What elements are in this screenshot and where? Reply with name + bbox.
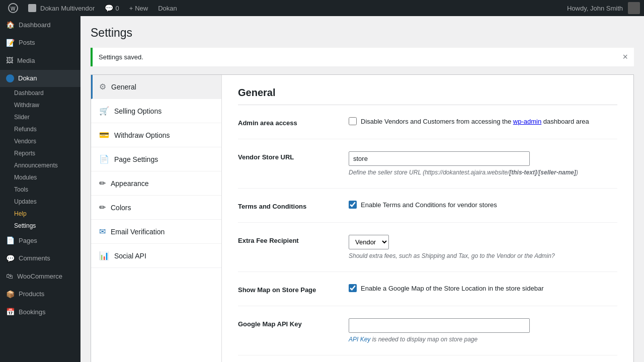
field-label-show-map-on-store-page: Show Map on Store Page (238, 284, 349, 294)
admin-area-access-checkbox[interactable] (349, 117, 357, 125)
form-row-google-map-api-key: Google Map API Key API Key is needed to … (238, 318, 617, 355)
settings-nav-colors[interactable]: ✏ Colors (91, 196, 221, 220)
sidebar-item-label: WooCommerce (17, 272, 62, 281)
sidebar-item-dashboard[interactable]: 🏠 Dashboard (0, 16, 80, 34)
field-admin-area-access: Disable Vendors and Customers from acces… (349, 117, 617, 125)
form-row-extra-fee-recipient: Extra Fee Recipient Vendor Admin Should … (238, 235, 617, 272)
sidebar-item-dokan-announcements[interactable]: Announcements (0, 159, 80, 171)
colors-icon: ✏ (99, 203, 106, 212)
sidebar-item-label: Dokan (18, 74, 37, 83)
pages-icon: 📄 (6, 236, 15, 246)
form-row-terms-and-conditions: Terms and Conditions Enable Terms and Co… (238, 201, 617, 223)
page-settings-icon: 📄 (99, 154, 109, 164)
sidebar-item-posts[interactable]: 📝 Posts (0, 34, 80, 52)
new-content-button[interactable]: + New (125, 0, 152, 16)
howdy-label: Howdy, John Smith (567, 5, 623, 12)
sidebar-item-dokan-refunds[interactable]: Refunds (0, 123, 80, 135)
products-icon: 📦 (6, 290, 15, 300)
show-map-on-store-page-checkbox[interactable] (349, 284, 357, 292)
wp-admin-link[interactable]: wp-admin (513, 118, 541, 125)
sidebar-item-dokan[interactable]: Dokan (0, 70, 80, 87)
settings-nav-selling-options[interactable]: 🛒 Selling Options (91, 99, 221, 123)
bookings-icon: 📅 (6, 307, 15, 317)
field-label-terms-and-conditions: Terms and Conditions (238, 201, 349, 210)
settings-nav: ⚙ General 🛒 Selling Options 💳 Withdraw O… (91, 75, 222, 362)
sidebar-item-dokan-withdraw[interactable]: Withdraw (0, 99, 80, 111)
api-key-link[interactable]: API Key (349, 336, 370, 343)
dokan-label: Dokan (158, 5, 177, 12)
field-show-map-on-store-page: Enable a Google Map of the Store Locatio… (349, 284, 617, 292)
sidebar-item-dokan-modules[interactable]: Modules (0, 171, 80, 184)
settings-section-general: General Admin area access Disable Vendor… (222, 75, 633, 362)
dokan-plugin-button[interactable]: Dokan (154, 0, 181, 16)
google-map-api-key-description: API Key is needed to display map on stor… (349, 336, 617, 343)
woo-icon: 🛍 (6, 272, 13, 282)
settings-saved-notice: Settings saved. × (91, 48, 634, 66)
social-api-icon: 📊 (99, 251, 109, 260)
plus-icon: + (129, 5, 133, 12)
sidebar-item-label: Pages (19, 236, 37, 245)
sidebar-item-dokan-dashboard[interactable]: Dashboard (0, 87, 80, 99)
nav-label: Email Verification (111, 228, 165, 236)
posts-icon: 📝 (6, 38, 15, 48)
sidebar-item-dokan-updates[interactable]: Updates (0, 196, 80, 208)
form-row-show-map-on-store-page: Show Map on Store Page Enable a Google M… (238, 284, 617, 306)
sidebar-item-comments[interactable]: 💬 Comments (0, 250, 80, 268)
terms-and-conditions-checkbox[interactable] (349, 201, 357, 209)
nav-label: Selling Options (114, 107, 162, 115)
vendor-store-url-input[interactable] (349, 151, 530, 166)
show-map-on-store-page-label: Enable a Google Map of the Store Locatio… (361, 285, 544, 292)
sidebar-item-dokan-tools[interactable]: Tools (0, 184, 80, 196)
sidebar-item-dokan-settings[interactable]: Settings (0, 220, 80, 232)
sidebar-item-woocommerce[interactable]: 🛍 WooCommerce (0, 267, 80, 286)
sidebar-item-label: Bookings (19, 308, 45, 317)
form-row-vendor-store-url: Vendor Store URL Define the seller store… (238, 151, 617, 189)
comment-icon: 💬 (105, 4, 113, 12)
wp-logo-button[interactable]: W (4, 0, 22, 16)
settings-nav-appearance[interactable]: ✏ Appearance (91, 171, 221, 196)
sidebar-item-dokan-reports[interactable]: Reports (0, 147, 80, 159)
new-label: New (135, 5, 148, 12)
settings-nav-general[interactable]: ⚙ General (91, 75, 221, 99)
sidebar-item-products[interactable]: 📦 Products (0, 286, 80, 304)
field-label-vendor-store-url: Vendor Store URL (238, 151, 349, 161)
dokan-icon (6, 74, 14, 82)
dashboard-icon: 🏠 (6, 20, 15, 30)
site-name-button[interactable]: Dokan Multivendor (24, 0, 99, 16)
vendor-store-url-description: Define the seller store URL (https://dok… (349, 169, 617, 176)
field-terms-and-conditions: Enable Terms and Conditions for vendor s… (349, 201, 617, 209)
withdraw-icon: 💳 (99, 130, 109, 140)
sidebar-item-pages[interactable]: 📄 Pages (0, 232, 80, 250)
sidebar-item-media[interactable]: 🖼 Media (0, 52, 80, 70)
sidebar-item-bookings[interactable]: 📅 Bookings (0, 303, 80, 321)
nav-label: Colors (111, 204, 131, 212)
extra-fee-recipient-select[interactable]: Vendor Admin (349, 235, 389, 249)
field-extra-fee-recipient: Vendor Admin Should extra fees, such as … (349, 235, 617, 259)
sidebar-item-dokan-vendors[interactable]: Vendors (0, 135, 80, 147)
sidebar-item-dokan-slider[interactable]: Slider (0, 111, 80, 123)
sidebar: 🏠 Dashboard 📝 Posts 🖼 Media Dokan Dashbo… (0, 16, 80, 362)
field-label-extra-fee-recipient: Extra Fee Recipient (238, 235, 349, 244)
settings-nav-social-api[interactable]: 📊 Social API (91, 244, 221, 268)
sidebar-item-dokan-help[interactable]: Help (0, 208, 80, 220)
sidebar-item-label: Media (17, 56, 35, 65)
nav-label: Withdraw Options (114, 131, 170, 139)
comments-button[interactable]: 💬 0 (101, 0, 123, 16)
notice-text: Settings saved. (99, 53, 143, 61)
gear-icon: ⚙ (99, 82, 106, 92)
nav-label: Social API (114, 252, 146, 260)
sidebar-item-label: Posts (19, 38, 35, 47)
main-content: Settings Settings saved. × ⚙ General 🛒 S… (80, 16, 644, 362)
form-row-admin-area-access: Admin area access Disable Vendors and Cu… (238, 117, 617, 139)
avatar (628, 2, 640, 14)
admin-bar: W Dokan Multivendor 💬 0 + New Dokan Howd… (0, 0, 644, 16)
notice-dismiss-button[interactable]: × (622, 52, 628, 62)
cart-icon: 🛒 (99, 106, 109, 116)
media-icon: 🖼 (6, 56, 13, 66)
field-label-admin-area-access: Admin area access (238, 117, 349, 127)
settings-nav-page-settings[interactable]: 📄 Page Settings (91, 147, 221, 171)
google-map-api-key-input[interactable] (349, 318, 530, 333)
page-title: Settings (91, 26, 634, 40)
settings-nav-email-verification[interactable]: ✉ Email Verification (91, 220, 221, 244)
settings-nav-withdraw-options[interactable]: 💳 Withdraw Options (91, 123, 221, 147)
